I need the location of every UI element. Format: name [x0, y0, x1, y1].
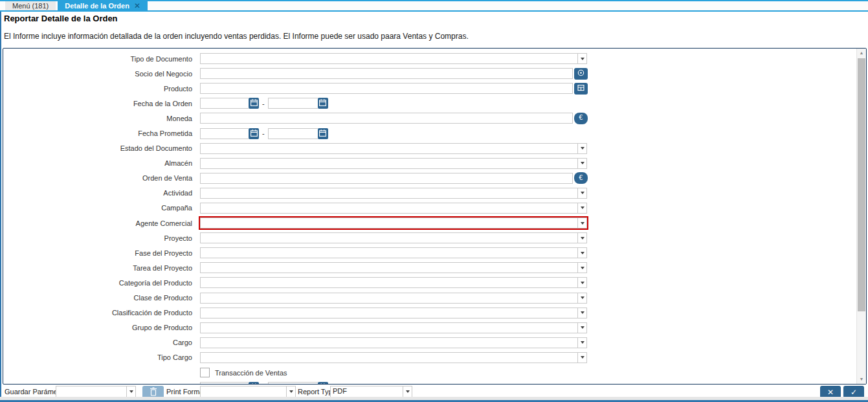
report-description: El Informe incluye información detallada… [1, 23, 868, 41]
fecha-de-la-orden-to-input[interactable] [268, 98, 318, 109]
campana-label: Campaña [3, 204, 192, 212]
chevron-down-icon[interactable] [577, 263, 586, 273]
campana-select[interactable] [200, 203, 587, 214]
tipo-cargo-select[interactable] [200, 352, 587, 363]
grupo-de-producto-select[interactable] [200, 322, 587, 333]
tipo-de-documento-select[interactable] [200, 53, 587, 64]
cargo-select[interactable] [200, 337, 587, 348]
print-format-combobox[interactable] [200, 386, 296, 397]
agente-comercial-select[interactable] [200, 218, 587, 229]
chevron-down-icon[interactable] [577, 278, 586, 287]
scroll-up-icon[interactable]: ▲ [857, 50, 866, 56]
fecha-prometida-to-input[interactable] [268, 128, 318, 139]
parameter-panel: Tipo de DocumentoSocio del NegocioProduc… [3, 48, 867, 385]
param-row-tarea-del-proyecto: Tarea del Proyecto [3, 260, 866, 275]
clasificacion-de-producto-select[interactable] [200, 307, 587, 318]
param-row-cargo: Cargo [3, 335, 866, 350]
orden-de-venta-input[interactable] [200, 173, 573, 184]
tipo-de-documento-label: Tipo de Documento [3, 55, 192, 63]
chevron-down-icon[interactable] [577, 54, 586, 63]
tipo-de-documento-value [201, 54, 577, 63]
actividad-select[interactable] [200, 188, 587, 199]
chevron-down-icon[interactable] [577, 233, 586, 243]
proyecto-select[interactable] [200, 232, 587, 243]
chevron-down-icon[interactable] [577, 218, 586, 228]
campana-value [201, 203, 577, 213]
estado-del-documento-value [201, 144, 577, 153]
chevron-down-icon[interactable] [403, 386, 412, 397]
fecha-de-la-orden-from-calendar-button[interactable] [249, 98, 259, 109]
page-title: Reportar Detalle de la Orden [1, 12, 868, 23]
chevron-down-icon[interactable] [577, 188, 586, 198]
tab-close-icon[interactable]: ✕ [134, 2, 140, 10]
tipo-cargo-value [201, 353, 577, 363]
fecha-de-la-orden-from-input[interactable] [200, 98, 249, 109]
estado-del-documento-select[interactable] [200, 143, 587, 154]
chevron-down-icon[interactable] [126, 386, 135, 397]
param-row-fecha-de-creacion: Fecha de Creación- [3, 380, 866, 385]
check-icon: ✓ [851, 388, 857, 396]
fase-del-proyecto-label: Fase del Proyecto [3, 249, 192, 257]
svg-text:€: € [579, 174, 583, 181]
moneda-input[interactable] [200, 113, 573, 124]
save-parameter-combobox[interactable] [56, 386, 136, 397]
param-row-clasificacion-de-producto: Clasificación de Producto [3, 306, 866, 320]
fecha-prometida-from-input[interactable] [200, 128, 249, 139]
chevron-down-icon[interactable] [577, 338, 586, 348]
moneda-label: Moneda [3, 115, 192, 122]
chevron-down-icon[interactable] [577, 144, 586, 153]
fecha-prometida-from-calendar-button[interactable] [249, 128, 259, 139]
chevron-down-icon[interactable] [577, 159, 586, 168]
svg-text:€: € [579, 114, 583, 121]
param-row-tipo-de-documento: Tipo de Documento [3, 51, 866, 66]
chevron-down-icon[interactable] [577, 248, 586, 258]
socio-del-negocio-lookup-button[interactable] [574, 68, 588, 80]
chevron-down-icon[interactable] [286, 386, 295, 397]
producto-input[interactable] [200, 83, 573, 94]
chevron-down-icon[interactable] [577, 203, 586, 213]
tab-detalle-de-la-orden[interactable]: Detalle de la Orden ✕ [58, 1, 148, 10]
vertical-scrollbar[interactable]: ▲ ▼ [856, 49, 866, 384]
chevron-down-icon[interactable] [577, 293, 586, 303]
report-type-combobox[interactable]: PDF [330, 386, 412, 397]
fase-del-proyecto-value [201, 248, 577, 258]
agente-comercial-value [201, 218, 577, 228]
clase-de-producto-select[interactable] [200, 293, 587, 304]
actividad-value [201, 188, 577, 198]
almacen-select[interactable] [200, 158, 587, 169]
fecha-de-la-orden-to-calendar-button[interactable] [318, 98, 328, 109]
actividad-label: Actividad [3, 189, 192, 197]
param-row-agente-comercial: Agente Comercial [3, 216, 866, 230]
chevron-down-icon[interactable] [577, 353, 586, 363]
categoria-del-producto-label: Categoría del Producto [3, 279, 192, 287]
categoria-del-producto-select[interactable] [200, 277, 587, 288]
fecha-prometida-to-calendar-button[interactable] [318, 128, 328, 139]
categoria-del-producto-value [201, 278, 577, 287]
tab-menu[interactable]: Menú (181) [5, 1, 56, 10]
param-row-socio-del-negocio: Socio del Negocio [3, 66, 866, 81]
agente-comercial-label: Agente Comercial [3, 219, 192, 227]
tarea-del-proyecto-select[interactable] [200, 262, 587, 273]
socio-del-negocio-input[interactable] [200, 68, 573, 79]
moneda-lookup-button[interactable]: € [574, 113, 588, 124]
calendar-icon [250, 98, 258, 108]
tab-bar: Menú (181) Detalle de la Orden ✕ [0, 0, 868, 12]
orden-de-venta-lookup-button[interactable]: € [574, 172, 588, 184]
product-icon [577, 84, 584, 93]
chevron-down-icon[interactable] [577, 308, 586, 318]
param-row-fecha-prometida: Fecha Prometida- [3, 126, 866, 140]
estado-del-documento-label: Estado del Documento [3, 144, 192, 152]
chevron-down-icon[interactable] [577, 323, 586, 333]
scrollbar-thumb[interactable] [858, 58, 865, 311]
currency-icon: € [577, 113, 584, 123]
calendar-icon [319, 129, 326, 139]
param-rows: Tipo de DocumentoSocio del NegocioProduc… [3, 49, 866, 385]
clase-de-producto-value [201, 293, 577, 303]
business-partner-icon [577, 69, 584, 78]
producto-lookup-button[interactable] [574, 83, 588, 95]
transaccion-de-ventas-checkbox[interactable] [200, 368, 210, 377]
transaccion-de-ventas-checkbox-label: Transacción de Ventas [215, 369, 287, 377]
almacen-value [201, 159, 577, 168]
fase-del-proyecto-select[interactable] [200, 247, 587, 258]
scroll-down-icon[interactable]: ▼ [857, 376, 866, 383]
